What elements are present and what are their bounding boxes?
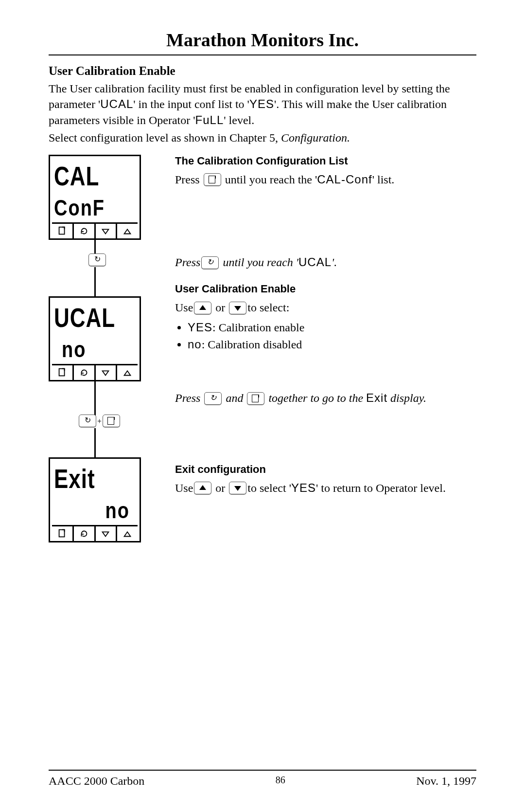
down-button-icon [229,302,246,314]
text: : Calibration enable [212,321,304,334]
code: no [188,338,202,351]
svg-rect-2 [59,529,64,537]
main-layout: CAL ConF UCAL no + [49,155,476,632]
svg-rect-1 [59,368,64,376]
text: '. [332,256,337,269]
code: YES [188,321,212,334]
up-button-icon [194,302,211,314]
loop-button-icon [204,392,222,405]
text: Select configuration level as shown in C… [49,131,281,144]
list-item: YES: Calibration enable [188,319,467,336]
text: until you reach ' [220,256,298,269]
connector-badge-combo: + [78,415,156,428]
page-header: Marathon Monitors Inc. [49,29,476,51]
text: Use [175,482,193,494]
code: UCAL [298,255,332,269]
page-icon [103,415,120,427]
loop-button-icon [201,256,219,269]
instruction-column: The Calibration Configuration List Press… [175,155,467,500]
text: to select: [247,301,289,314]
connector-line [94,240,96,254]
page-icon [52,224,72,238]
loop-icon [88,253,106,266]
down-triangle-icon [94,224,116,238]
text: or [212,301,228,314]
page-footer: AACC 2000 Carbon 86 Nov. 1, 1997 [49,770,476,788]
intro-paragraph-2: Select configuration level as shown in C… [49,130,476,145]
code-ucal: UCAL [100,97,133,110]
loop-icon [72,365,94,380]
display-exit: Exit no [49,457,141,542]
down-triangle-icon [94,526,116,541]
connector-line [94,381,96,415]
footer-right: Nov. 1, 1997 [416,775,476,788]
ucal-options-list: YES: Calibration enable no: Calibration … [175,319,467,353]
code: YES [291,481,316,494]
display-line2: ConF [52,186,138,224]
step-cal-text: Press until you reach the 'CAL-Conf' lis… [175,171,467,188]
footer-page-number: 86 [276,775,285,788]
connector-line [94,267,96,296]
plus-text: + [97,416,102,425]
step-exit-text: Use or to select 'YES' to return to Oper… [175,480,467,497]
display-column: CAL ConF UCAL no + [49,155,156,542]
up-button-icon [194,482,211,494]
display-cal-conf: CAL ConF [49,155,141,240]
code: Exit [366,391,387,404]
loop-icon [79,415,96,427]
step-cal-title: The Calibration Configuration List [175,155,467,167]
text: : Calibration disabled [202,338,302,351]
display-line2: no [52,489,138,526]
text: ' to return to Operator level. [316,482,446,494]
loop-icon [72,526,94,541]
footer-rule [49,770,476,771]
footer-left: AACC 2000 Carbon [49,775,144,788]
down-triangle-icon [94,365,116,380]
text: to select ' [247,482,291,494]
text: Use [175,301,193,314]
display-line2: no [52,328,138,365]
down-button-icon [229,482,246,494]
page-icon [52,526,72,541]
code-full: FuLL [195,113,224,126]
display-button-row [52,364,138,380]
connector-badge-loop [88,254,156,267]
code: CAL-Conf [317,173,372,186]
step-to-exit: Press and together to go to the Exit dis… [175,390,467,407]
section-title: User Calibration Enable [49,64,476,78]
step-ucal-title: User Calibration Enable [175,283,467,295]
text: together to go to the [265,392,366,404]
text: Press [175,392,203,404]
list-item: no: Calibration disabled [188,336,467,353]
up-triangle-icon [116,365,138,380]
page-button-icon [204,173,221,186]
text: Press [175,173,203,186]
step-to-ucal: Press until you reach 'UCAL'. [175,254,467,271]
display-ucal: UCAL no [49,296,141,381]
text: or [212,482,228,494]
chapter-ref: Configuration. [281,131,350,144]
page-button-icon [247,392,264,405]
text: and [223,392,246,404]
up-triangle-icon [116,526,138,541]
page-icon [52,365,72,380]
text: ' level. [224,114,254,126]
intro-paragraph-1: The User calibration facility must first… [49,81,476,128]
step-ucal-use: Use or to select: [175,299,467,316]
code-yes: YES [249,97,274,110]
up-triangle-icon [116,224,138,238]
svg-rect-0 [59,227,64,234]
loop-icon [72,224,94,238]
text: display. [387,392,426,404]
text: until you reach the ' [225,173,317,186]
step-exit-title: Exit configuration [175,463,467,476]
header-rule [49,54,476,55]
connector-line [94,428,96,457]
text: ' in the input conf list to ' [133,98,249,110]
text: Press [175,256,200,269]
display-button-row [52,525,138,541]
text: ' list. [372,173,395,186]
display-button-row [52,222,138,238]
